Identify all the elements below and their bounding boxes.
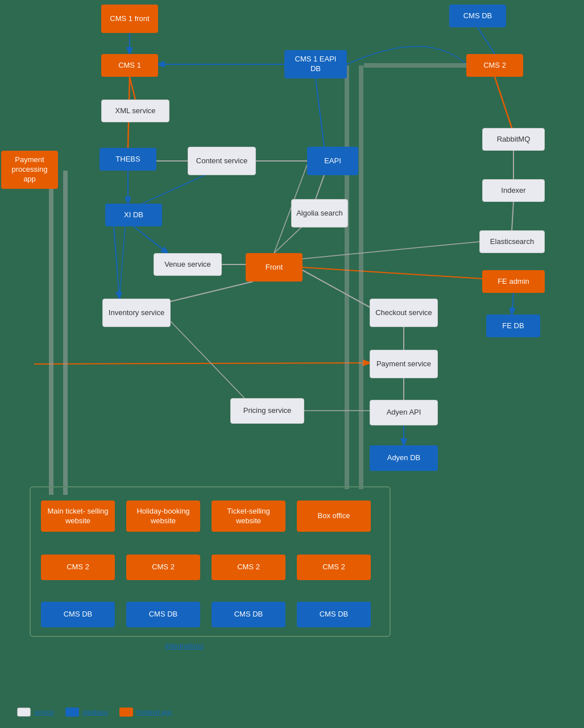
node-inventory_service: Inventory service xyxy=(102,299,171,327)
legend-service-item: service xyxy=(17,708,54,717)
svg-line-15 xyxy=(134,226,168,253)
svg-line-4 xyxy=(316,78,324,147)
node-cms2_1: CMS 2 xyxy=(41,555,115,580)
node-cms1_front: CMS 1 front xyxy=(101,5,158,33)
svg-line-21 xyxy=(171,282,253,301)
legend-db-label: database xyxy=(82,709,108,715)
node-ticket_selling: Ticket-selling website xyxy=(212,500,285,532)
legend-app-item: frontend app xyxy=(119,708,172,717)
node-thebs: THEBS xyxy=(100,148,156,171)
legend: service database frontend app xyxy=(17,708,172,717)
node-main_ticket: Main ticket- selling website xyxy=(41,500,115,532)
svg-line-23 xyxy=(303,270,370,307)
svg-line-20 xyxy=(512,293,513,315)
svg-line-8 xyxy=(512,202,513,230)
legend-service-label: service xyxy=(34,709,54,715)
payment-processing-app: Payment processing app xyxy=(1,151,58,189)
svg-line-28 xyxy=(171,321,245,398)
svg-line-22 xyxy=(119,226,125,299)
node-cms1_eapi_db: CMS 1 EAPI DB xyxy=(284,50,347,78)
legend-app-label: frontend app xyxy=(136,709,172,715)
node-indexer: Indexer xyxy=(482,179,545,202)
svg-line-18 xyxy=(303,242,479,259)
node-adyen_api: Adyen API xyxy=(370,400,438,425)
legend-app-box xyxy=(119,708,133,717)
node-holiday_booking: Holiday-booking website xyxy=(126,500,200,532)
node-front: Front xyxy=(246,253,303,282)
svg-line-6 xyxy=(495,77,512,128)
svg-line-34 xyxy=(114,226,119,299)
node-algolia: Algolia search xyxy=(291,199,348,228)
node-xi_db: XI DB xyxy=(105,204,162,226)
node-checkout_service: Checkout service xyxy=(370,299,438,327)
svg-line-14 xyxy=(142,175,205,204)
svg-line-27 xyxy=(34,363,370,364)
node-eapi: EAPI xyxy=(307,147,358,175)
node-payment_service: Payment service xyxy=(370,350,438,378)
legend-db-box xyxy=(65,708,79,717)
legend-db-item: database xyxy=(65,708,108,717)
node-adyen_db: Adyen DB xyxy=(370,445,438,471)
node-cmsdb_4: CMS DB xyxy=(297,602,371,627)
node-rabbitmq: RabbitMQ xyxy=(482,128,545,151)
node-xml_service: XML service xyxy=(101,100,169,122)
node-fe_db: FE DB xyxy=(486,315,540,337)
node-fe_admin: FE admin xyxy=(482,270,545,293)
node-cms2_3: CMS 2 xyxy=(212,555,285,580)
svg-line-12 xyxy=(316,175,324,199)
diagram-container: Payment processing app Integrations serv… xyxy=(0,0,584,728)
node-cms2_4: CMS 2 xyxy=(297,555,371,580)
node-elasticsearch: Elasticsearch xyxy=(479,230,545,253)
svg-line-19 xyxy=(303,267,482,279)
svg-line-1 xyxy=(130,77,135,100)
integrations-label: Integrations xyxy=(165,642,204,650)
node-cms1: CMS 1 xyxy=(101,54,158,77)
node-cms2_top: CMS 2 xyxy=(466,54,523,77)
node-cms2_2: CMS 2 xyxy=(126,555,200,580)
svg-line-5 xyxy=(478,27,495,54)
node-box_office: Box office xyxy=(297,500,371,532)
node-pricing_service: Pricing service xyxy=(230,398,304,424)
node-cmsdb_3: CMS DB xyxy=(212,602,285,627)
legend-service-box xyxy=(17,708,31,717)
node-venue_service: Venue service xyxy=(154,253,222,276)
node-cmsdb_1: CMS DB xyxy=(41,602,115,627)
node-cms_db_top: CMS DB xyxy=(449,5,506,27)
node-cmsdb_2: CMS DB xyxy=(126,602,200,627)
node-content_service: Content service xyxy=(188,147,256,175)
